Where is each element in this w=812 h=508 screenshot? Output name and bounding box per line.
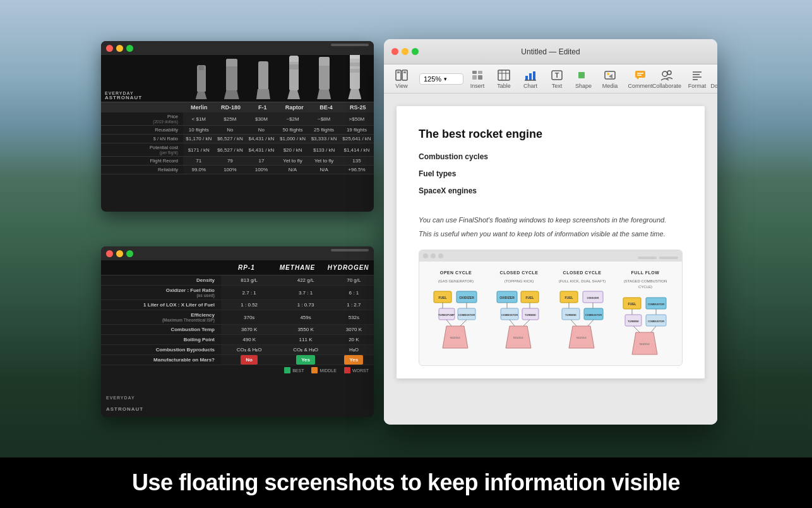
table-row-kn-ratio: $ / kN Ratio $1,170 / kN $6,527 / kN $4,… — [101, 135, 374, 143]
table-row-potential-cost: Potential cost(per flight) $171 / kN $6,… — [101, 143, 374, 157]
bottom-bar: Use floating screenshots to keep informa… — [0, 457, 812, 508]
col-be4: BE-4 — [310, 104, 342, 111]
fuel-header-row: RP-1 METHANE HYDROGEN — [101, 260, 374, 275]
diagram-full-flow-title: FULL FLOW — [631, 269, 660, 276]
svg-point-27 — [662, 71, 667, 76]
doc-tl-3 — [438, 253, 443, 258]
toolbar-view-btn[interactable]: View — [389, 66, 414, 92]
svg-text:TURBINE: TURBINE — [565, 313, 576, 317]
fuel-row-byproducts: Combustion Byproducts CO₂ & H₂O CO₂ & H₂… — [101, 345, 374, 355]
toolbar-collaborate-btn[interactable]: Collaborate — [654, 66, 679, 92]
svg-text:TURBINE: TURBINE — [628, 320, 639, 323]
pages-titlebar: Untitled — Edited — [384, 39, 717, 64]
toolbar-shape-btn[interactable]: Shape — [571, 66, 596, 92]
table-label: Table — [497, 83, 511, 89]
pages-content-area: The best rocket engine Combustion cycles… — [384, 94, 717, 425]
diagram-closed-2-svg: FUEL OXIDIZER TURBINE COMBUSTOR NOZZLE — [559, 288, 606, 351]
float-window-fuel-comparison: RP-1 METHANE HYDROGEN Density 813 g/L 42… — [101, 246, 374, 417]
col-raptor: Raptor — [278, 104, 310, 111]
svg-text:COMBUSTOR: COMBUSTOR — [501, 313, 517, 317]
fuel-row-manufacturable: Manufacturable on Mars? No Yes Yes — [101, 355, 374, 365]
minimize-button-2[interactable] — [116, 250, 123, 257]
bottom-text: Use floating screenshots to keep informa… — [132, 469, 680, 496]
text-label: Text — [552, 83, 563, 89]
ea-logo-2: EVERYDAYASTRONAUT — [106, 390, 143, 413]
svg-text:COMBUSTOR: COMBUSTOR — [647, 303, 664, 306]
format-icon — [690, 68, 704, 82]
toolbar-text-btn[interactable]: T Text — [544, 66, 570, 92]
svg-text:OXIDIZER: OXIDIZER — [499, 296, 515, 299]
toolbar-zoom-btn[interactable]: 125% ▾ — [415, 71, 460, 87]
fuel-legend: BEST MIDDLE WORST — [101, 365, 374, 375]
toolbar-chart-btn[interactable]: Chart — [518, 66, 543, 92]
toolbar-table-btn[interactable]: Table — [491, 66, 516, 92]
fuel-row-density: Density 813 g/L 422 g/L 70 g/L — [101, 275, 374, 286]
diagram-closed-cycle-2-subtitle: (FULL KICK, DUAL SHAFT) — [559, 279, 606, 285]
mfg-yes-orange-badge: Yes — [344, 355, 363, 365]
legend-worst: WORST — [344, 367, 369, 373]
svg-rect-19 — [578, 72, 585, 78]
toolbar-format-btn[interactable]: Format — [684, 66, 710, 92]
svg-text:NOZZLE: NOZZLE — [513, 336, 523, 339]
svg-point-21 — [607, 73, 609, 75]
toolbar-insert-btn[interactable]: Insert — [465, 66, 490, 92]
traffic-lights-1 — [106, 45, 133, 52]
mfg-yes-green-badge: Yes — [296, 355, 315, 365]
diagram-full-flow-subtitle: (STAGED COMBUSTION CYCLE) — [616, 279, 674, 291]
diagram-closed-cycle-2: CLOSED CYCLE (FULL KICK, DUAL SHAFT) FUE… — [553, 269, 611, 358]
svg-rect-12 — [499, 71, 501, 73]
svg-line-63 — [510, 320, 515, 326]
toolbar-document-btn[interactable]: Document — [711, 66, 717, 92]
toolbar-media-btn[interactable]: Media — [597, 66, 623, 92]
svg-marker-24 — [636, 78, 639, 80]
svg-rect-13 — [525, 76, 528, 80]
text-icon: T — [550, 68, 564, 82]
pages-window-title: Untitled — Edited — [521, 47, 580, 56]
diagram-open-cycle-svg: FUEL OXIDIZER TURBOPUMP COMBUSTOR — [433, 288, 480, 351]
fuel-row-combustion-temp: Combustion Temp 3670 K 3550 K 3070 K — [101, 325, 374, 335]
doc-section-fuel: Fuel types — [419, 168, 683, 180]
diagram-open-cycle-subtitle: (GAS GENERATOR) — [438, 279, 474, 285]
doc-section-combustion: Combustion cycles — [419, 151, 683, 163]
mfg-no-badge: No — [241, 355, 258, 365]
pages-minimize-button[interactable] — [402, 48, 409, 55]
svg-text:NOZZLE: NOZZLE — [576, 336, 587, 339]
svg-line-91 — [633, 326, 640, 332]
svg-point-28 — [667, 71, 671, 75]
col-f1: F-1 — [247, 104, 278, 111]
pages-fullscreen-button[interactable] — [412, 48, 419, 55]
fullscreen-button-1[interactable] — [126, 45, 133, 52]
fullscreen-button-2[interactable] — [126, 250, 133, 257]
close-button-2[interactable] — [106, 250, 113, 257]
svg-text:T: T — [555, 71, 559, 79]
svg-text:OXIDIZER: OXIDIZER — [587, 296, 599, 299]
doc-section-spacex: SpaceX engines — [419, 185, 683, 197]
doc-img-titlebar — [419, 250, 682, 262]
svg-text:OXIDIZER: OXIDIZER — [459, 296, 474, 299]
svg-text:FUEL: FUEL — [438, 296, 446, 299]
close-button-1[interactable] — [106, 45, 113, 52]
traffic-lights-2 — [106, 250, 133, 257]
svg-rect-15 — [533, 71, 535, 80]
shape-icon — [576, 68, 590, 82]
document-label: Document — [710, 83, 717, 89]
fuel-row-oxidizer-ratio: Oxidizer : Fuel Ratio(as used) 2.7 : 1 3… — [101, 286, 374, 300]
media-icon — [603, 68, 617, 82]
pages-window: Untitled — Edited View 125% ▾ — [384, 39, 717, 425]
svg-line-92 — [651, 326, 656, 332]
svg-line-49 — [446, 320, 451, 326]
svg-rect-2 — [397, 71, 400, 73]
toolbar-comment-btn[interactable]: Comment — [628, 66, 653, 92]
zoom-control[interactable]: 125% ▾ — [419, 73, 463, 85]
collaborate-label: Collaborate — [652, 83, 681, 89]
diagram-open-cycle: OPEN CYCLE (GAS GENERATOR) FUEL OXIDIZER… — [427, 269, 485, 358]
col-merlin: Merlin — [183, 104, 215, 111]
float-window-2-titlebar — [101, 246, 374, 260]
legend-best: BEST — [284, 367, 304, 373]
combustion-diagrams-content: OPEN CYCLE (GAS GENERATOR) FUEL OXIDIZER… — [419, 262, 682, 365]
format-label: Format — [688, 83, 707, 89]
pages-close-button[interactable] — [391, 48, 398, 55]
diagram-closed-cycle-1: CLOSED CYCLE (TOPPING KICK) OXIDIZER FUE… — [490, 269, 548, 358]
zoom-value: 125% — [424, 75, 441, 83]
minimize-button-1[interactable] — [116, 45, 123, 52]
